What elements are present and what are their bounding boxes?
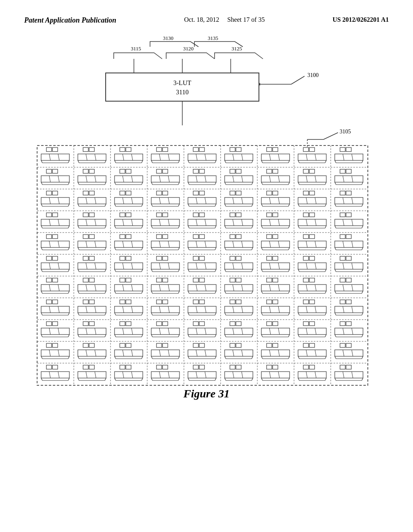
svg-text:3-LUT: 3-LUT [173,79,192,86]
page: Patent Application Publication Oct. 18, … [0,0,413,532]
publication-title: Patent Application Publication [24,16,116,25]
sheet-info: Sheet 17 of 35 [227,16,265,23]
header-center: Oct. 18, 2012 Sheet 17 of 35 [184,16,265,23]
svg-line-12 [291,76,305,84]
svg-text:3120: 3120 [183,46,194,52]
svg-text:3105: 3105 [340,129,351,135]
svg-text:3125: 3125 [232,46,242,52]
patent-number: US 2012/0262201 A1 [332,16,389,23]
svg-line-17 [323,133,338,139]
svg-text:3100: 3100 [307,72,319,78]
svg-text:3130: 3130 [163,35,173,41]
svg-text:3110: 3110 [176,89,188,96]
header: Patent Application Publication Oct. 18, … [24,16,389,25]
diagram-svg: 3-LUT 3110 3115 3120 3125 3130 3 [24,33,389,395]
svg-text:3135: 3135 [208,35,218,41]
diagram-area: 3-LUT 3110 3115 3120 3125 3130 3 [24,33,389,395]
svg-rect-0 [106,73,259,101]
svg-text:3115: 3115 [131,46,141,52]
publication-date: Oct. 18, 2012 [184,16,219,23]
